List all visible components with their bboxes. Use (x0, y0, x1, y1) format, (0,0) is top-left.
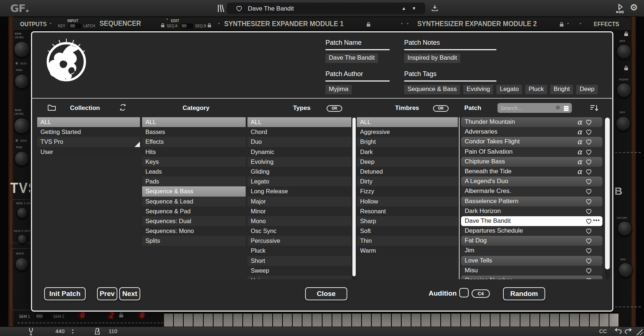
patch-item-chiptune-bass[interactable]: Chiptune Bassα (461, 157, 602, 167)
timbres-item-dirty[interactable]: Dirty (357, 177, 458, 186)
piano-key[interactable] (352, 313, 361, 327)
piano-key[interactable] (253, 313, 262, 327)
types-item-gliding[interactable]: Gliding (247, 167, 351, 177)
piano-key[interactable] (392, 313, 401, 327)
piano-key[interactable] (214, 313, 223, 327)
piano-keyboard[interactable] (164, 312, 618, 327)
module1-lock-icon[interactable] (366, 22, 371, 28)
patch-tag-legato[interactable]: Legato (496, 85, 522, 94)
sem1-sem2-toggle[interactable] (35, 314, 50, 319)
preset-next-button[interactable]: ▼ (412, 6, 416, 11)
patch-tag-evolving[interactable]: Evolving (463, 85, 493, 94)
piano-key[interactable] (342, 313, 351, 327)
types-item-chord[interactable]: Chord (247, 127, 351, 137)
patch-item-jim[interactable]: Jim (461, 246, 602, 256)
types-item-sweep[interactable]: Sweep (247, 266, 351, 276)
category-item-leads[interactable]: Leads (142, 167, 246, 177)
patch-item-pain-of-salvation[interactable]: Pain Of Salvationα (461, 147, 602, 157)
rate-knob-small[interactable] (17, 207, 28, 218)
category-item-sequence-bass[interactable]: Sequence & Bass (142, 186, 246, 196)
random-button[interactable]: Random (503, 287, 545, 300)
piano-key[interactable] (164, 313, 173, 327)
types-item-mono[interactable]: Mono (247, 216, 351, 226)
collection-item-tvs-pro[interactable]: TVS Pro (37, 137, 140, 147)
category-item-sequences-dual[interactable]: Sequences: Dual (142, 216, 246, 226)
patch-item-albermarle-cres[interactable]: Albermarle Cres. (461, 186, 602, 196)
category-item-all[interactable]: ALL (142, 117, 246, 127)
init-patch-button[interactable]: Init Patch (44, 287, 86, 300)
timbres-or-toggle[interactable]: OR (433, 105, 449, 112)
patch-item-departures-schedule[interactable]: Departures Schedule (461, 226, 602, 236)
piano-key[interactable] (243, 313, 252, 327)
pan-knob[interactable] (15, 74, 29, 89)
patch-options-icon[interactable]: ••• (593, 216, 600, 225)
tuning-value[interactable]: 440 (55, 328, 65, 334)
piano-key[interactable] (570, 313, 579, 327)
category-item-pads[interactable]: Pads (142, 177, 246, 186)
piano-key[interactable] (233, 313, 242, 327)
close-button[interactable]: Close (305, 287, 347, 300)
category-item-keys[interactable]: Keys (142, 157, 246, 167)
mix-knob-2[interactable] (616, 116, 631, 131)
collection-item-getting-started[interactable]: Getting Started (37, 127, 140, 137)
timbres-item-bright[interactable]: Bright (357, 137, 458, 147)
redo-icon[interactable] (625, 328, 633, 336)
seq-a-lock-icon[interactable] (161, 23, 165, 29)
timbres-item-aggressive[interactable]: Aggressive (357, 127, 458, 137)
patch-item-a-legend-s-duo[interactable]: A Legend's Duo (461, 177, 602, 186)
settings-gear-icon[interactable]: ⚙ (630, 2, 638, 13)
patch-tag-pluck[interactable]: Pluck (525, 85, 547, 94)
patch-item-dave-the-bandit[interactable]: Dave The Bandit••• (461, 216, 602, 226)
patch-item-basselence-pattern[interactable]: Basselence Pattern (461, 197, 602, 206)
metronome-icon[interactable] (94, 328, 101, 336)
resize-grip[interactable] (635, 328, 643, 335)
preset-library-icon[interactable] (216, 4, 225, 15)
types-item-evolving[interactable]: Evolving (247, 157, 351, 167)
sort-icon[interactable] (590, 104, 599, 114)
types-scrollbar[interactable] (352, 117, 356, 279)
timbres-item-fizzy[interactable]: Fizzy (357, 186, 458, 196)
piano-key[interactable] (194, 313, 203, 327)
types-item-osc-sync[interactable]: Osc Sync (247, 226, 351, 236)
patch-item-adversaries[interactable]: Adversariesα (461, 127, 602, 137)
category-item-effects[interactable]: Effects (142, 137, 246, 147)
patch-name-value[interactable]: Dave The Bandit (325, 54, 378, 63)
save-preset-icon[interactable] (431, 4, 439, 13)
favorite-heart-icon[interactable] (235, 5, 243, 13)
timbres-item-deep[interactable]: Deep (357, 157, 458, 167)
led-lock-icon[interactable] (119, 312, 124, 319)
patch-item-dark-horizon[interactable]: Dark Horizon (461, 206, 602, 216)
piano-key[interactable] (293, 313, 302, 327)
collection-folder-icon[interactable] (47, 104, 56, 112)
piano-key[interactable] (204, 313, 213, 327)
piano-key[interactable] (471, 313, 480, 327)
piano-key[interactable] (332, 313, 341, 327)
piano-key[interactable] (223, 313, 233, 327)
types-item-unison[interactable]: Unison (247, 276, 351, 279)
piano-key[interactable] (431, 313, 440, 327)
cc-indicator[interactable]: CC (599, 328, 607, 334)
collection-refresh-icon[interactable] (119, 103, 127, 113)
piano-key[interactable] (500, 313, 510, 327)
piano-key[interactable] (421, 313, 430, 327)
vco2-knob[interactable] (17, 234, 27, 244)
types-item-pluck[interactable]: Pluck (247, 246, 351, 256)
tuning-fork-icon[interactable] (28, 328, 34, 336)
patch-item-opening-number[interactable]: Opening Number (461, 276, 602, 279)
piano-key[interactable] (481, 313, 490, 327)
timbres-item-thin[interactable]: Thin (357, 236, 458, 246)
patch-tag-deep[interactable]: Deep (576, 85, 598, 94)
key-latch-toggle[interactable] (69, 24, 81, 28)
types-item-percussive[interactable]: Percussive (247, 236, 351, 246)
category-item-sequences-mono[interactable]: Sequences: Mono (142, 226, 246, 236)
audition-checkbox[interactable] (459, 288, 469, 297)
piano-key[interactable] (312, 313, 321, 327)
pan-knob-2[interactable] (15, 151, 29, 166)
piano-key[interactable] (461, 313, 470, 327)
patch-notes-value[interactable]: Inspired by Bandit (404, 54, 460, 63)
patch-item-condor-takes-flight[interactable]: Condor Takes Flightα (461, 137, 602, 147)
mix-knob-3[interactable] (618, 263, 633, 277)
patch-item-thunder-mountain[interactable]: Thunder Mountainα (461, 117, 602, 127)
patch-item-misu[interactable]: Misu (461, 266, 602, 276)
sem-level-knob-2[interactable] (14, 118, 30, 134)
